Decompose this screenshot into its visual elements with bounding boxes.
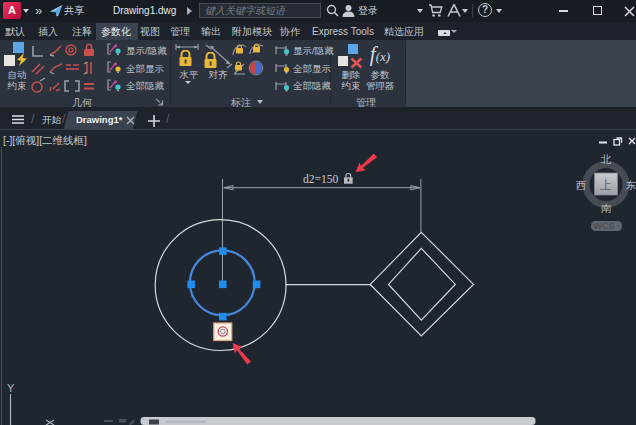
svg-text:上: 上 bbox=[600, 178, 612, 192]
svg-text:WCS: WCS bbox=[594, 221, 615, 231]
svg-text:Y: Y bbox=[7, 382, 15, 394]
svg-text:西: 西 bbox=[576, 179, 587, 191]
svg-text:[-][俯视][二维线框]: [-][俯视][二维线框] bbox=[3, 134, 87, 146]
svg-text:南: 南 bbox=[601, 202, 612, 214]
svg-text:d2=150: d2=150 bbox=[303, 173, 338, 185]
svg-text:东: 东 bbox=[626, 179, 636, 191]
svg-text:北: 北 bbox=[600, 153, 612, 165]
